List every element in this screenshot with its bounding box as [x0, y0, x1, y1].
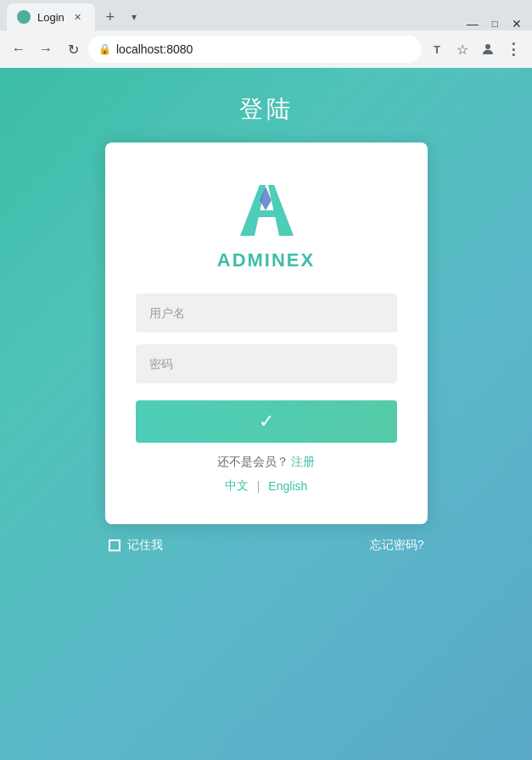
translate-button[interactable]: T	[425, 37, 449, 61]
logo-icon	[227, 168, 304, 244]
forward-button[interactable]: →	[34, 37, 58, 61]
address-bar-row: ← → ↻ 🔒 localhost:8080 T ☆ ⋮	[0, 31, 532, 68]
svg-point-0	[485, 44, 490, 49]
remember-me-checkbox[interactable]	[109, 539, 120, 551]
lang-en-button[interactable]: English	[268, 479, 307, 493]
below-card-row: 记住我 忘记密码?	[105, 538, 428, 553]
page-background: 登陆 ADMINEX	[0, 68, 532, 760]
address-text: localhost:8080	[116, 42, 193, 56]
remember-me-text: 记住我	[127, 538, 163, 553]
active-tab[interactable]: Login ✕	[7, 3, 95, 31]
password-input[interactable]	[136, 344, 397, 383]
refresh-button[interactable]: ↻	[61, 37, 85, 61]
username-input[interactable]	[136, 293, 397, 332]
forgot-password-link[interactable]: 忘记密码?	[370, 538, 424, 553]
tab-dropdown-button[interactable]: ▾	[122, 5, 146, 29]
back-button[interactable]: ←	[7, 37, 31, 61]
lang-zh-button[interactable]: 中文	[225, 478, 249, 494]
bookmark-button[interactable]: ☆	[451, 37, 474, 61]
register-row: 还不是会员？ 注册	[217, 455, 316, 470]
svg-rect-3	[253, 210, 278, 217]
checkmark-icon: ✓	[259, 411, 274, 433]
profile-button[interactable]	[476, 37, 500, 61]
browser-chrome: Login ✕ + ▾ — □ ✕ ← → ↻ 🔒 localhost:8080…	[0, 0, 532, 68]
menu-button[interactable]: ⋮	[501, 37, 525, 61]
logo-text: ADMINEX	[217, 249, 315, 271]
tab-bar: Login ✕ + ▾ — □ ✕	[0, 0, 532, 31]
lang-separator: |	[257, 479, 260, 493]
window-maximize-button[interactable]: □	[492, 18, 498, 30]
login-card: ADMINEX ✓ 还不是会员？ 注册 中文 | English	[105, 142, 428, 524]
tab-favicon	[17, 10, 31, 24]
window-close-button[interactable]: ✕	[512, 17, 522, 31]
language-row: 中文 | English	[225, 478, 308, 494]
lock-icon: 🔒	[98, 43, 111, 55]
login-form: ✓	[136, 293, 397, 443]
tab-title: Login	[37, 11, 64, 24]
toolbar-actions: T ☆ ⋮	[425, 37, 525, 61]
tab-close-button[interactable]: ✕	[71, 10, 85, 24]
window-minimize-button[interactable]: —	[467, 17, 479, 31]
new-tab-button[interactable]: +	[98, 5, 122, 29]
address-bar[interactable]: 🔒 localhost:8080	[88, 36, 422, 63]
remember-me-label[interactable]: 记住我	[109, 538, 163, 553]
submit-button[interactable]: ✓	[136, 400, 397, 443]
register-link[interactable]: 注册	[291, 455, 315, 468]
page-title: 登陆	[239, 93, 294, 126]
register-prompt: 还不是会员？	[217, 455, 288, 468]
logo-container: ADMINEX	[217, 168, 315, 271]
